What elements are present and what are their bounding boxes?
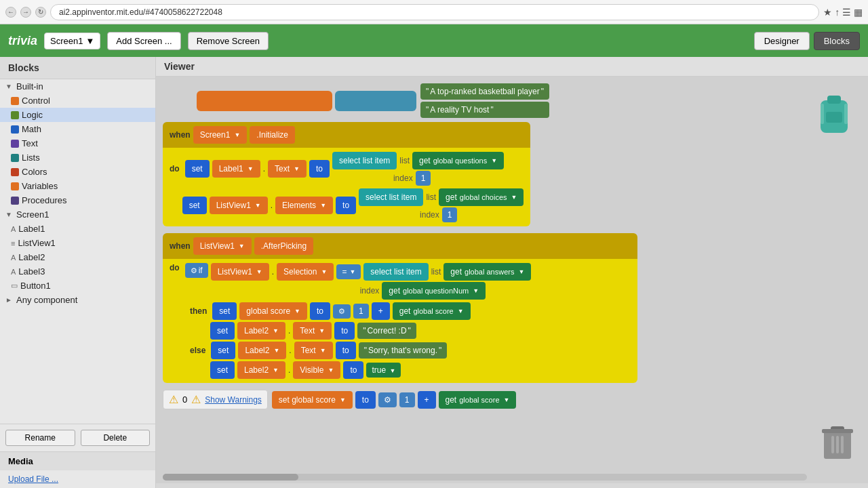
trash-icon[interactable]	[821, 422, 854, 463]
sidebar-footer: Rename Delete	[0, 424, 155, 451]
label2-then: Label2 ▼	[237, 322, 285, 340]
button1-icon: ▭	[11, 281, 18, 290]
set-block-2: set	[182, 197, 207, 214]
index-2: 1	[442, 207, 458, 222]
app-bar: trivia Screen1 ▼ Add Screen ... Remove S…	[0, 24, 868, 57]
if-row: do ⚙ if ListView1 ▼ . Selection ▼	[170, 263, 631, 300]
control-dot	[11, 97, 19, 105]
get-global-questions: get global questions ▼	[412, 152, 504, 169]
browser-chrome: ← → ↻ ai2.appinventor.mit.edu/#474005862…	[0, 0, 868, 24]
when-listview1-afterpicking: when ListView1 ▼ .AfterPicking do ⚙ if	[163, 233, 861, 383]
sidebar-item-colors[interactable]: Colors	[0, 165, 155, 179]
elements-prop-block: Elements ▼	[275, 197, 333, 214]
add-screen-button[interactable]: Add Screen ...	[107, 32, 180, 50]
set-label1-text: do set Label1 ▼ . Text ▼ to select list …	[170, 152, 524, 186]
initialize-body: do set Label1 ▼ . Text ▼ to select list …	[163, 148, 530, 226]
browser-icons: ★ ↑ ☰ ▦	[823, 7, 863, 18]
refresh-button[interactable]: ↻	[35, 7, 46, 18]
to-visible: to	[343, 361, 363, 379]
set-then: set	[212, 302, 237, 320]
set-visible: set	[210, 361, 235, 379]
correct-string: Correct! :D	[357, 323, 416, 339]
designer-button[interactable]: Designer	[754, 32, 810, 50]
blocks-button[interactable]: Blocks	[814, 32, 860, 50]
viewer: Viewer A top-ranked basketball player A …	[156, 57, 868, 488]
visible-prop: Visible ▼	[293, 361, 340, 379]
label3-icon: A	[11, 268, 16, 276]
warning-row: ⚠ 0 ⚠ Show Warnings set global score ▼ t…	[163, 390, 861, 409]
sidebar-item-lists[interactable]: Lists	[0, 150, 155, 165]
svg-rect-10	[841, 436, 844, 453]
select-list-item-block-2: select list item	[359, 188, 423, 206]
set-else: set	[211, 342, 235, 359]
sidebar-item-control[interactable]: Control	[0, 94, 155, 108]
sidebar-item-label2[interactable]: A Label2	[0, 250, 155, 264]
blue-cog-block: ⚙	[333, 304, 351, 319]
set-label2: set	[210, 322, 235, 340]
math-dot	[11, 125, 19, 134]
forward-button[interactable]: →	[20, 7, 31, 18]
svg-rect-9	[836, 436, 839, 453]
get-global-score-then: get global score ▼	[393, 302, 471, 320]
get-global-choices: get global choices ▼	[439, 188, 524, 206]
delete-button[interactable]: Delete	[81, 430, 151, 446]
sidebar-item-text[interactable]: Text	[0, 136, 155, 150]
bottom-set: set global score ▼	[272, 391, 353, 409]
screen-selector[interactable]: Screen1 ▼	[44, 33, 100, 49]
bottom-plus: +	[418, 391, 436, 409]
sidebar-item-label1[interactable]: A Label1	[0, 222, 155, 236]
sidebar-item-button1[interactable]: ▭ Button1	[0, 279, 155, 293]
sorry-string: Sorry, that's wrong.	[359, 342, 448, 359]
listview1-event-block: ListView1 ▼	[193, 237, 252, 255]
sidebar: Blocks ▼ Built-in Control Logic Math Tex…	[0, 57, 156, 488]
viewer-header: Viewer	[156, 57, 868, 77]
sidebar-item-label3[interactable]: A Label3	[0, 264, 155, 279]
blocks-canvas[interactable]: A top-ranked basketball player A reality…	[156, 77, 868, 483]
builtin-section[interactable]: ▼ Built-in	[0, 79, 155, 94]
main-layout: Blocks ▼ Built-in Control Logic Math Tex…	[0, 57, 868, 488]
svg-rect-8	[831, 436, 834, 453]
bottom-num-1: 1	[399, 392, 415, 407]
rename-button[interactable]: Rename	[5, 430, 75, 446]
text-dot	[11, 140, 19, 148]
choice-string-2: A reality TV host	[420, 102, 549, 118]
media-section: Media	[0, 451, 155, 470]
get-global-questionnum: get global questionNum ▼	[382, 282, 486, 300]
screen1-section[interactable]: ▼ Screen1	[0, 207, 155, 222]
back-button[interactable]: ←	[5, 7, 16, 18]
global-score-then: global score ▼	[239, 302, 307, 320]
sidebar-header: Blocks	[0, 57, 155, 79]
blue-rect-block	[335, 91, 416, 111]
colors-dot	[11, 168, 19, 176]
svg-rect-4	[844, 104, 848, 124]
if-block: ⚙ if	[185, 263, 208, 278]
orange-rect-block	[197, 91, 332, 111]
show-warnings-link[interactable]: Show Warnings	[205, 395, 262, 405]
sidebar-item-any-component[interactable]: ► Any component	[0, 293, 155, 307]
warning-triangle-icon-2: ⚠	[191, 393, 201, 406]
horizontal-scrollbar[interactable]	[163, 474, 807, 481]
screen1-block: Screen1 ▼	[193, 126, 248, 144]
warning-triangle-icon: ⚠	[169, 393, 178, 406]
if-condition: ListView1 ▼ . Selection ▼ = ▼ select lis…	[211, 263, 532, 300]
select-list-item-if: select list item	[363, 263, 428, 281]
backpack-icon[interactable]	[814, 90, 854, 138]
label1-block: Label1 ▼	[212, 160, 260, 178]
text-else: Text ▼	[294, 342, 333, 359]
sidebar-item-variables[interactable]: Variables	[0, 179, 155, 193]
sidebar-item-math[interactable]: Math	[0, 122, 155, 136]
label2-icon: A	[11, 253, 16, 262]
text-prop-block: Text ▼	[268, 160, 307, 178]
url-bar[interactable]: ai2.appinventor.mit.edu/#474005862272204…	[50, 4, 819, 20]
sidebar-item-listview1[interactable]: ≡ ListView1	[0, 236, 155, 250]
svg-rect-3	[821, 104, 824, 124]
sidebar-item-logic[interactable]: Logic	[0, 108, 155, 122]
svg-rect-2	[826, 112, 842, 123]
get-global-answers: get global answers ▼	[443, 263, 531, 281]
remove-screen-button[interactable]: Remove Screen	[188, 32, 269, 50]
lists-dot	[11, 154, 19, 162]
to-block-2: to	[336, 197, 356, 214]
upload-file-button[interactable]: Upload File ...	[0, 470, 155, 488]
sidebar-item-procedures[interactable]: Procedures	[0, 193, 155, 207]
set-block: set	[185, 160, 210, 178]
